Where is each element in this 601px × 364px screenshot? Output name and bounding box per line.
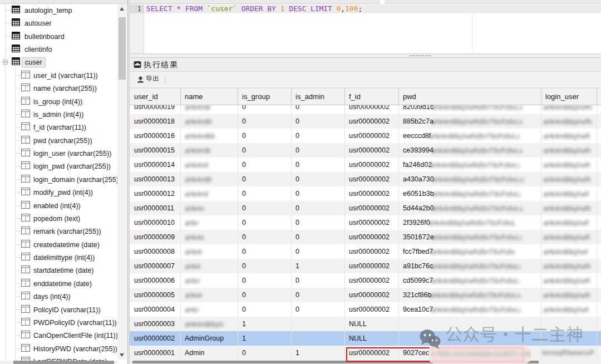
- grid-cell[interactable]: 0: [238, 215, 291, 230]
- tree-table-item[interactable]: bulletinboard: [0, 30, 117, 43]
- grid-cell[interactable]: 0: [291, 186, 344, 201]
- grid-cell[interactable]: aHk4mB: [180, 201, 238, 215]
- grid-cell[interactable]: usr00000009: [130, 230, 180, 244]
- grid-cell[interactable]: usr00000018: [130, 114, 180, 129]
- tree-column-label[interactable]: datelimittype (int(4)): [33, 254, 95, 262]
- grid-header-cell[interactable]: name: [180, 88, 238, 105]
- grid-cell[interactable]: usr00000006: [130, 273, 180, 288]
- sql-editor[interactable]: 1 SELECT * FROM `cuser` ORDER BY 1 DESC …: [130, 4, 601, 53]
- tree-column-label[interactable]: HistoryPWD (varchar(255)): [33, 345, 117, 353]
- grid-cell[interactable]: aHk4mB8q: [180, 114, 238, 129]
- sidebar-scrollbar-thumb[interactable]: [119, 17, 126, 80]
- grid-cell[interactable]: aHk4mB8qXwRd5: [541, 215, 597, 230]
- grid-cell[interactable]: usr00000002: [344, 186, 398, 201]
- grid-cell[interactable]: usr00000011: [130, 201, 180, 215]
- grid-row[interactable]: usr00000008aHk4m00usr00000002fcc7fbed7aH…: [130, 244, 601, 259]
- grid-cell[interactable]: 0: [238, 186, 291, 201]
- grid-cell[interactable]: 0: [291, 114, 344, 129]
- grid-cell[interactable]: 0: [238, 114, 291, 129]
- tree-column-label[interactable]: user_id (varchar(11)): [33, 72, 98, 80]
- grid-header-cell[interactable]: is_group: [238, 88, 291, 105]
- grid-cell[interactable]: AdminGroup: [180, 331, 238, 346]
- grid-cell[interactable]: usr00000002: [344, 201, 398, 215]
- grid-cell[interactable]: 0: [291, 288, 344, 302]
- tree-column-label[interactable]: createdatetime (date): [33, 241, 100, 249]
- grid-cell[interactable]: 0: [238, 244, 291, 259]
- grid-cell[interactable]: 0: [291, 201, 344, 215]
- grid-row[interactable]: usr00000015aHk4mB8q00usr00000002ce393994…: [130, 143, 601, 158]
- grid-cell[interactable]: aHk4m: [180, 259, 238, 273]
- grid-header-cell[interactable]: pwd: [398, 88, 541, 105]
- grid-cell[interactable]: aHk4mB8qXwRd5n: [541, 105, 597, 114]
- tree-column-label[interactable]: enddatetime (date): [33, 280, 92, 288]
- grid-cell[interactable]: aHk4mB8qXwRd5n: [541, 259, 597, 273]
- grid-cell[interactable]: 0: [238, 158, 291, 172]
- tree-column-item[interactable]: popedom (text): [0, 212, 117, 225]
- grid-row[interactable]: usr00000018aHk4mB8q00usr00000002885b2c7a…: [130, 114, 601, 129]
- grid-row[interactable]: usr00000007aHk4m01usr00000002a91bc76caHk…: [130, 259, 601, 273]
- grid-cell[interactable]: usr00000004: [130, 302, 180, 317]
- grid-cell[interactable]: 82039d1caHk4mB8qXwRd5nT9cPz6vLs1gF: [398, 105, 541, 114]
- tree-column-item[interactable]: days (int(4)): [0, 290, 117, 303]
- grid-cell[interactable]: a430a730aHk4mB8qXwRd5nT9cPz6vLs1gFb: [398, 172, 541, 186]
- tree-column-item[interactable]: enddatetime (date): [0, 277, 117, 290]
- grid-cell[interactable]: 321cf86baHk4mB8qXwRd5nT9cPz6vLs1gF: [398, 288, 541, 302]
- tree-table-label[interactable]: clientinfo: [24, 46, 52, 53]
- grid-cell[interactable]: 0: [238, 201, 291, 215]
- tree-column-item[interactable]: name (varchar(255)): [0, 82, 117, 95]
- tree-column-item[interactable]: HistoryPWD (varchar(255)): [0, 342, 117, 355]
- grid-cell[interactable]: [398, 331, 541, 346]
- results-grid[interactable]: usr00000019aHk4mB8q00usr0000000282039d1c…: [130, 105, 601, 360]
- grid-row[interactable]: usr00000004aHk400usr000000029cea10c7aHk4…: [130, 302, 601, 317]
- grid-cell[interactable]: aHk4mB8qXwRd5: [541, 186, 597, 201]
- tree-column-item[interactable]: is_admin (int(4)): [0, 108, 117, 121]
- grid-cell[interactable]: eecccd8faHk4mB8qXwRd5nT9cPz6vLs1gF: [398, 129, 541, 143]
- tree-column-label[interactable]: popedom (text): [33, 215, 80, 223]
- grid-cell[interactable]: 0: [291, 129, 344, 143]
- database-tree-sidebar[interactable]: autologin_temp autouser bulletinboard cl…: [0, 4, 127, 364]
- tree-column-label[interactable]: f_id (varchar(11)): [33, 124, 86, 131]
- tree-column-label[interactable]: days (int(4)): [33, 293, 71, 301]
- grid-cell[interactable]: 3501672eaHk4mB8qXwRd5nT9cPz6vLs1gF: [398, 230, 541, 244]
- grid-cell[interactable]: usr00000001: [130, 346, 180, 360]
- grid-cell[interactable]: 1: [291, 259, 344, 273]
- export-button[interactable]: [134, 73, 162, 86]
- grid-cell[interactable]: aHk4mB8qXwRd5n: [541, 201, 597, 215]
- grid-cell[interactable]: 1: [291, 346, 344, 360]
- sql-code-line[interactable]: SELECT * FROM `cuser` ORDER BY 1 DESC LI…: [146, 4, 362, 13]
- tree-column-item[interactable]: login_pwd (varchar(255)): [0, 160, 117, 173]
- grid-header-cell[interactable]: f_id: [344, 88, 398, 105]
- grid-cell[interactable]: usr00000012: [130, 186, 180, 201]
- tree-table-label[interactable]: bulletinboard: [24, 33, 65, 41]
- grid-row[interactable]: usr00000019aHk4mB8q00usr0000000282039d1c…: [130, 105, 601, 114]
- grid-cell[interactable]: aHk4mB8qXwRd5n: [541, 288, 597, 302]
- tree-column-item[interactable]: enabled (int(4)): [0, 199, 117, 212]
- grid-cell[interactable]: aHk4mB8qX: [180, 129, 238, 143]
- grid-cell[interactable]: fa246d02aHk4mB8qXwRd5nT9cPz6vLs1gF: [398, 158, 541, 172]
- grid-cell[interactable]: 1: [238, 317, 291, 331]
- grid-cell[interactable]: [398, 317, 541, 331]
- grid-row[interactable]: usr00000002AdminGroup1NULL: [130, 331, 601, 346]
- grid-cell[interactable]: aHk4mB8qXwRd5n: [541, 158, 597, 172]
- grid-cell[interactable]: usr00000007: [130, 259, 180, 273]
- grid-cell[interactable]: 0: [291, 302, 344, 317]
- tree-column-label[interactable]: remark (varchar(255)): [33, 228, 101, 235]
- tree-column-item[interactable]: PWDPolicyID (varchar(11)): [0, 316, 117, 329]
- grid-cell[interactable]: usr00000002: [344, 259, 398, 273]
- grid-cell[interactable]: e6051b3baHk4mB8qXwRd5nT9cPz6vLs1g: [398, 186, 541, 201]
- grid-cell[interactable]: aHk4mB8q: [180, 105, 238, 114]
- grid-cell[interactable]: usr00000013: [130, 172, 180, 186]
- grid-cell[interactable]: 0: [291, 105, 344, 114]
- grid-cell[interactable]: aHk4mB: [180, 230, 238, 244]
- sidebar-vertical-scrollbar[interactable]: [117, 4, 127, 360]
- grid-cell[interactable]: aHk4m: [180, 273, 238, 288]
- grid-cell[interactable]: aHk4mB8qXwRd5n: [541, 143, 597, 158]
- grid-cell[interactable]: 1: [238, 331, 291, 346]
- grid-cell[interactable]: 0: [291, 230, 344, 244]
- grid-cell[interactable]: 5d44a2b0aHk4mB8qXwRd5nT9cPz6vLs1gF: [398, 201, 541, 215]
- collapse-toggle[interactable]: [3, 60, 8, 65]
- grid-row[interactable]: usr00000010aHk400usr000000022f3926f0aHk4…: [130, 215, 601, 230]
- tree-column-item[interactable]: f_id (varchar(11)): [0, 121, 117, 134]
- grid-cell[interactable]: NULL: [344, 331, 398, 346]
- grid-cell[interactable]: [541, 331, 597, 346]
